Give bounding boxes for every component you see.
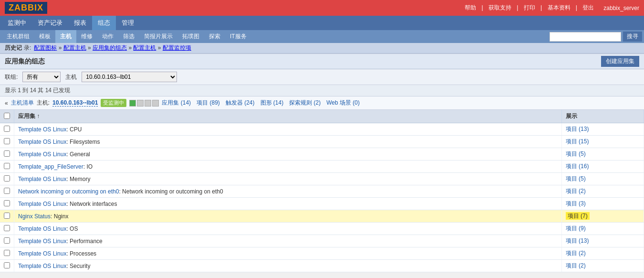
items-link[interactable]: 项目 (13) — [566, 237, 589, 244]
breadcrumb-link-3[interactable]: 应用集的组态 — [93, 44, 127, 51]
nav-item-monitoring[interactable]: 监测中 — [2, 16, 32, 30]
search-bar: 搜寻 — [550, 32, 642, 42]
table-row: Template_app_FileServer: IO项目 (16) — [0, 160, 644, 173]
subnav-templates[interactable]: 模板 — [34, 30, 55, 43]
support-link[interactable]: 获取支持 — [488, 4, 511, 11]
nav-item-config[interactable]: 组态 — [92, 16, 116, 30]
top-links: 帮助 | 获取支持 | 打印 | 基本资料 | 登出 — [463, 4, 596, 12]
host-graphs-link[interactable]: 图形 (14) — [260, 99, 284, 107]
items-link[interactable]: 项目 (9) — [566, 225, 586, 232]
appset-link[interactable]: Network incoming or outcoming on eth0 — [18, 188, 119, 195]
table-row: Nginx Status: Nginx项目 (7) — [0, 210, 644, 223]
items-link[interactable]: 项目 (2) — [566, 188, 586, 194]
host-items-link[interactable]: 项目 (89) — [197, 99, 220, 107]
profile-link[interactable]: 基本资料 — [548, 4, 571, 11]
breadcrumb-path: 配置图标 » 配置主机 » 应用集的组态 » 配置主机 » 配置监控项 — [34, 44, 191, 52]
monitoring-badge: 受监测中 — [101, 99, 126, 107]
appset-link[interactable]: Template OS Linux — [18, 263, 66, 269]
items-link-highlight[interactable]: 项目 (7) — [566, 212, 590, 220]
subnav-hostgroups[interactable]: 主机群组 — [2, 30, 34, 43]
search-input[interactable] — [550, 32, 621, 42]
nav-prefix: « — [5, 100, 8, 107]
appset-link[interactable]: Template OS Linux — [18, 250, 66, 257]
nav-item-reports[interactable]: 报表 — [68, 16, 92, 30]
subnav-actions[interactable]: 动作 — [97, 30, 118, 43]
row-checkbox[interactable] — [4, 200, 10, 206]
select-all-checkbox[interactable] — [4, 113, 10, 119]
appsets-table: 应用集 ↑ 展示 Template OS Linux: CPU项目 (13)Te… — [0, 110, 644, 272]
table-row: Template OS Linux: Security项目 (2) — [0, 260, 644, 272]
th-appset[interactable]: 应用集 ↑ — [14, 110, 562, 123]
host-web-link[interactable]: Web 场景 (0) — [326, 99, 360, 107]
subnav-maps[interactable]: 拓璞图 — [177, 30, 204, 43]
help-link[interactable]: 帮助 — [465, 4, 476, 11]
appset-link[interactable]: Template OS Linux — [18, 238, 66, 245]
row-checkbox[interactable] — [4, 163, 10, 169]
table-row: Template OS Linux: Filesystems项目 (15) — [0, 136, 644, 148]
subnav-hosts[interactable]: 主机 — [55, 30, 76, 43]
row-checkbox[interactable] — [4, 175, 10, 182]
host-appsets-link[interactable]: 应用集 (14) — [162, 99, 191, 107]
table-header-row: 应用集 ↑ 展示 — [0, 110, 644, 123]
breadcrumb-link-2[interactable]: 配置主机 — [63, 44, 86, 51]
group-filter-label: 联组: — [5, 73, 18, 81]
table-row: Template OS Linux: Processes项目 (2) — [0, 247, 644, 260]
items-link[interactable]: 项目 (3) — [566, 200, 586, 207]
items-link[interactable]: 项目 (5) — [566, 150, 586, 157]
table-row: Network incoming or outcoming on eth0: N… — [0, 185, 644, 198]
appset-display-cell: 项目 (13) — [561, 235, 644, 247]
appset-link[interactable]: Template OS Linux — [18, 225, 66, 232]
subnav-discovery[interactable]: 探索 — [204, 30, 225, 43]
subnav-maintenance[interactable]: 维修 — [76, 30, 97, 43]
create-app-button[interactable]: 创建应用集 — [601, 56, 639, 67]
items-link[interactable]: 项目 (15) — [566, 138, 589, 145]
items-link[interactable]: 项目 (2) — [566, 262, 586, 269]
status-icon-1 — [129, 100, 136, 107]
subnav-slides[interactable]: 简报片展示 — [139, 30, 177, 43]
items-link[interactable]: 项目 (13) — [566, 126, 589, 132]
subnav-itservices[interactable]: IT服务 — [225, 30, 251, 43]
items-link[interactable]: 项目 (2) — [566, 250, 586, 257]
nav-item-admin[interactable]: 管理 — [116, 16, 140, 30]
table-container: 应用集 ↑ 展示 Template OS Linux: CPU项目 (13)Te… — [0, 110, 644, 272]
row-checkbox[interactable] — [4, 225, 10, 231]
subnav-filter[interactable]: 筛选 — [118, 30, 139, 43]
row-checkbox[interactable] — [4, 262, 10, 268]
row-checkbox[interactable] — [4, 138, 10, 144]
items-link[interactable]: 项目 (16) — [566, 163, 589, 170]
appset-link[interactable]: Template OS Linux — [18, 201, 66, 207]
group-filter-select[interactable]: 所有 — [22, 72, 61, 82]
breadcrumb-link-5[interactable]: 配置监控项 — [163, 44, 191, 51]
items-link[interactable]: 项目 (5) — [566, 175, 586, 182]
host-detail-link[interactable]: 10.60.0.163--lb01 — [52, 99, 98, 107]
appset-link[interactable]: Template OS Linux — [18, 126, 66, 133]
row-checkbox[interactable] — [4, 188, 10, 194]
breadcrumb-link-1[interactable]: 配置图标 — [34, 44, 57, 51]
appset-link[interactable]: Template OS Linux — [18, 176, 66, 182]
breadcrumb-label: 录: — [24, 44, 31, 52]
row-checkbox[interactable] — [4, 213, 10, 219]
host-list-link[interactable]: 主机清单 — [11, 99, 34, 107]
row-checkbox[interactable] — [4, 126, 10, 132]
appset-link[interactable]: Nginx Status — [18, 213, 51, 220]
host-filter-select[interactable]: 10.60.0.163--lb01 — [82, 72, 177, 82]
logout-link[interactable]: 登出 — [582, 4, 594, 11]
appset-name-cell: Template OS Linux: Processes — [14, 247, 562, 260]
appset-link[interactable]: Template OS Linux — [18, 151, 66, 158]
row-checkbox[interactable] — [4, 250, 10, 256]
host-triggers-link[interactable]: 触发器 (24) — [226, 99, 255, 107]
print-link[interactable]: 打印 — [524, 4, 535, 11]
page-header: 应用集的组态 创建应用集 — [0, 54, 644, 69]
appset-link[interactable]: Template OS Linux — [18, 139, 66, 145]
appset-display-cell: 项目 (5) — [561, 148, 644, 160]
server-name: zabbix_server — [603, 5, 639, 11]
row-checkbox[interactable] — [4, 150, 10, 157]
table-row: Template OS Linux: General项目 (5) — [0, 148, 644, 160]
nav-item-assets[interactable]: 资产记录 — [32, 16, 68, 30]
appset-link[interactable]: Template_app_FileServer — [18, 163, 83, 170]
breadcrumb-link-4[interactable]: 配置主机 — [133, 44, 156, 51]
search-button[interactable]: 搜寻 — [623, 32, 642, 42]
row-checkbox[interactable] — [4, 237, 10, 244]
appset-display-cell: 项目 (2) — [561, 247, 644, 260]
host-discovery-link[interactable]: 探索规则 (2) — [289, 99, 321, 107]
